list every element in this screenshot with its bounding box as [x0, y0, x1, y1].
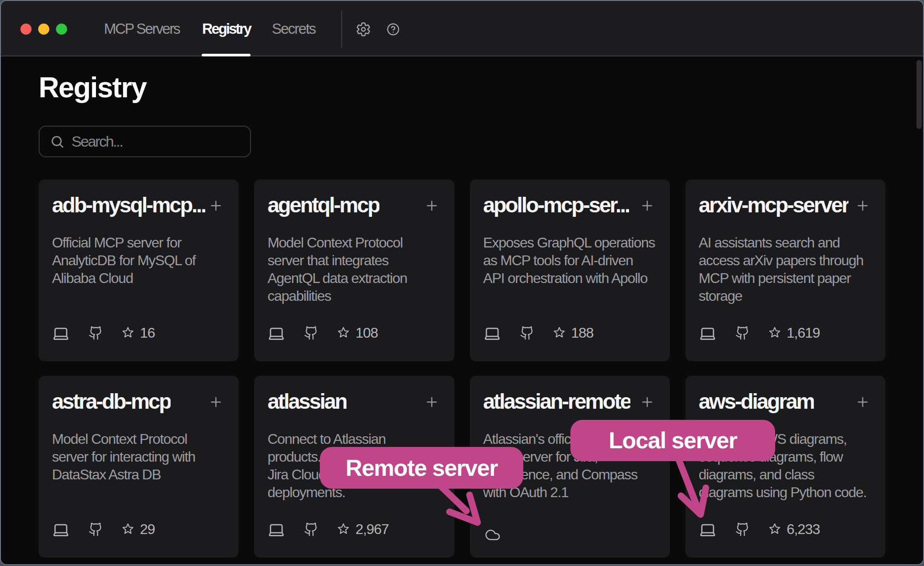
star-icon — [121, 522, 135, 536]
add-server-button[interactable] — [209, 395, 223, 409]
app-title: MCP Servers — [104, 1, 179, 56]
github-icon — [304, 326, 319, 340]
toolbar-divider — [341, 11, 342, 48]
close-button[interactable] — [20, 24, 32, 35]
zoom-button[interactable] — [56, 24, 67, 35]
star-count: 188 — [571, 325, 593, 341]
laptop-icon — [483, 325, 501, 341]
star-icon — [337, 522, 350, 536]
add-server-button[interactable] — [856, 199, 869, 212]
star-count: 29 — [140, 521, 155, 538]
server-card-grid: adb-mysql-mcp... Official MCP server for… — [39, 179, 885, 558]
add-server-button[interactable] — [425, 395, 438, 409]
star-icon — [121, 326, 135, 339]
card-description: AI assistants search and access arXiv pa… — [699, 234, 873, 305]
add-server-button[interactable] — [641, 395, 654, 409]
card-title: adb-mysql-mcp... — [52, 193, 205, 218]
scrollbar-thumb[interactable] — [916, 60, 922, 129]
card-title: astra-db-mcp — [52, 389, 171, 414]
github-icon — [735, 522, 750, 537]
page-title: Registry — [39, 73, 147, 102]
card-title: atlassian-remote — [483, 389, 631, 414]
tab-registry[interactable]: Registry — [202, 1, 251, 56]
add-server-button[interactable] — [856, 395, 869, 409]
card-title: agentql-mcp — [267, 193, 379, 218]
card-description: Exposes GraphQL operations as MCP tools … — [483, 234, 657, 287]
add-server-button[interactable] — [425, 199, 438, 212]
card-arxiv-mcp-server[interactable]: arxiv-mcp-server AI assistants search an… — [685, 179, 885, 361]
laptop-icon — [52, 325, 70, 341]
laptop-icon — [267, 521, 285, 537]
star-count: 108 — [355, 325, 378, 341]
github-icon — [520, 326, 534, 340]
active-tab-underline — [202, 54, 251, 56]
laptop-icon — [699, 325, 717, 341]
star-count: 2,967 — [355, 521, 389, 538]
traffic-lights — [20, 24, 67, 35]
github-icon — [304, 522, 319, 537]
card-title: aws-diagram — [699, 389, 814, 414]
cloud-icon — [483, 527, 502, 543]
card-adb-mysql-mcp[interactable]: adb-mysql-mcp... Official MCP server for… — [39, 179, 239, 361]
card-title: arxiv-mcp-server — [699, 193, 848, 218]
card-aws-diagram[interactable]: aws-diagram Generate AWS diagrams, seque… — [685, 376, 885, 558]
card-description: Official MCP server for AnalyticDB for M… — [52, 234, 226, 287]
card-agentql-mcp[interactable]: agentql-mcp Model Context Protocol serve… — [254, 179, 454, 361]
card-title: atlassian — [267, 389, 346, 414]
card-apollo-mcp-server[interactable]: apollo-mcp-ser... Exposes GraphQL operat… — [470, 179, 670, 361]
star-icon — [553, 326, 566, 339]
settings-gear-icon[interactable] — [356, 22, 370, 36]
star-count: 6,233 — [787, 521, 820, 538]
card-description: Model Context Protocol server that integ… — [267, 234, 442, 305]
help-icon[interactable] — [386, 22, 400, 36]
laptop-icon — [52, 521, 70, 537]
star-count: 16 — [140, 325, 155, 341]
card-astra-db-mcp[interactable]: astra-db-mcp Model Context Protocol serv… — [39, 376, 239, 558]
card-description: Model Context Protocol server for intera… — [52, 430, 226, 483]
annotation-local-server: Local server — [570, 420, 775, 461]
github-icon — [88, 326, 103, 340]
card-title: apollo-mcp-ser... — [483, 193, 629, 218]
laptop-icon — [267, 325, 285, 341]
search-input[interactable]: Search... — [39, 126, 251, 157]
add-server-button[interactable] — [641, 199, 654, 212]
search-placeholder: Search... — [72, 127, 122, 156]
star-icon — [768, 522, 781, 536]
github-icon — [735, 326, 750, 340]
tab-secrets[interactable]: Secrets — [272, 1, 315, 56]
star-icon — [337, 326, 350, 339]
titlebar: MCP Servers Registry Secrets — [1, 1, 923, 56]
minimize-button[interactable] — [38, 24, 49, 35]
github-icon — [88, 522, 103, 537]
star-count: 1,619 — [787, 325, 820, 341]
add-server-button[interactable] — [209, 199, 223, 212]
laptop-icon — [699, 521, 717, 537]
annotation-remote-server: Remote server — [320, 447, 523, 489]
star-icon — [768, 326, 781, 339]
search-icon — [50, 134, 65, 149]
